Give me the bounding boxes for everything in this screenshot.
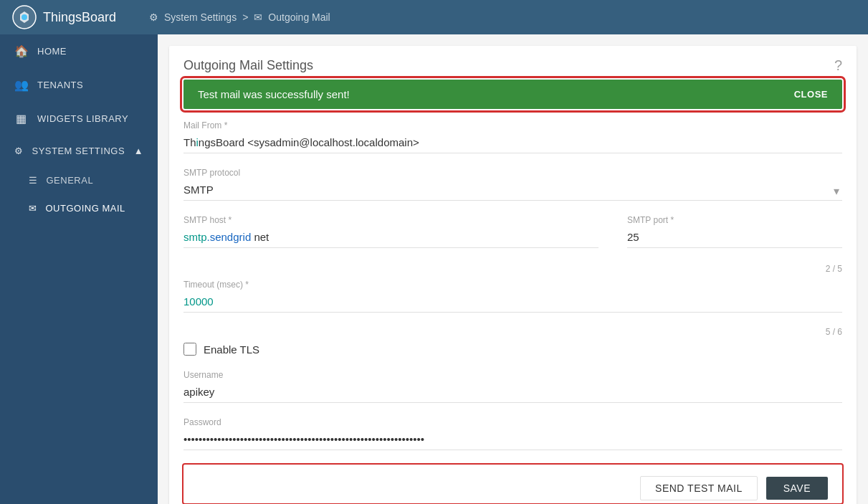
smtp-host-label: SMTP host *	[183, 215, 598, 225]
page-card-header: Outgoing Mail Settings ?	[169, 46, 857, 80]
smtp-port-field: SMTP port * 25	[627, 215, 842, 248]
smtp-protocol-select[interactable]: SMTP SMTPS SMTP with TLS	[183, 181, 842, 200]
widgets-icon: ▦	[14, 112, 29, 125]
sidebar-item-general[interactable]: ☰ General	[0, 166, 158, 194]
general-icon: ☰	[29, 175, 38, 186]
sidebar-label-general: General	[47, 175, 94, 186]
settings-icon: ⚙	[149, 11, 158, 23]
mail-icon: ✉	[254, 11, 262, 23]
timeout-value: 10000	[183, 293, 842, 313]
card-actions: SEND TEST MAIL SAVE	[183, 465, 842, 503]
breadcrumb-current: Outgoing Mail	[268, 11, 330, 23]
smtp-host-value: smtp.sendgrid net	[183, 228, 598, 248]
enable-tls-row: Enable TLS	[183, 343, 842, 356]
smtp-host-port-row: SMTP host * smtp.sendgrid net SMTP port …	[183, 215, 842, 262]
page-card: Outgoing Mail Settings ? Test mail was s…	[169, 46, 857, 504]
outgoing-mail-icon: ✉	[29, 203, 37, 214]
password-field: Password •••••••••••••••••••••••••••••••…	[183, 417, 842, 450]
app-name: ThingsBoard	[43, 10, 116, 25]
username-value: apikey	[183, 383, 842, 403]
username-label: Username	[183, 370, 842, 380]
sidebar-label-widgets: WIDGETS LIBRARY	[37, 113, 128, 124]
sidebar-item-tenants[interactable]: 👥 TENANTS	[0, 68, 158, 102]
page-title: Outgoing Mail Settings	[183, 58, 313, 73]
content-area: Outgoing Mail Settings ? Test mail was s…	[158, 34, 868, 504]
app-logo[interactable]: ThingsBoard	[11, 4, 140, 30]
smtp-port-value: 25	[627, 228, 842, 248]
smtp-port-label: SMTP port *	[627, 215, 842, 225]
sidebar-label-home: HOME	[37, 46, 67, 57]
smtp-protocol-field: SMTP protocol SMTP SMTPS SMTP with TLS ▾	[183, 168, 842, 201]
system-settings-icon: ⚙	[14, 146, 24, 156]
mail-from-value: ThingsBoard <sysadmin@localhost.localdom…	[183, 133, 842, 153]
sidebar-label-outgoing-mail: Outgoing Mail	[46, 203, 125, 214]
timeout-field: Timeout (msec) * 10000	[183, 280, 842, 313]
breadcrumb-system-settings: System Settings	[164, 11, 237, 23]
help-icon[interactable]: ?	[834, 57, 842, 74]
smtp-char-count: 2 / 5	[183, 264, 842, 274]
timeout-label: Timeout (msec) *	[183, 280, 842, 290]
home-icon: 🏠	[14, 44, 29, 58]
form-section: Mail From * ThingsBoard <sysadmin@localh…	[169, 120, 857, 450]
mail-from-label: Mail From *	[183, 120, 842, 130]
close-banner-button[interactable]: CLOSE	[794, 89, 828, 100]
sidebar-item-home[interactable]: 🏠 HOME	[0, 34, 158, 68]
enable-tls-label[interactable]: Enable TLS	[204, 343, 259, 356]
smtp-host-field: SMTP host * smtp.sendgrid net	[183, 215, 598, 248]
enable-tls-checkbox[interactable]	[183, 343, 196, 356]
password-label: Password	[183, 417, 842, 427]
sidebar-label-system-settings: SYSTEM SETTINGS	[32, 146, 125, 156]
main-layout: 🏠 HOME 👥 TENANTS ▦ WIDGETS LIBRARY ⚙ SYS…	[0, 34, 868, 504]
smtp-protocol-label: SMTP protocol	[183, 168, 842, 178]
breadcrumb: ⚙ System Settings > ✉ Outgoing Mail	[149, 11, 330, 23]
tenants-icon: 👥	[14, 78, 29, 92]
password-value: ••••••••••••••••••••••••••••••••••••••••…	[183, 430, 842, 450]
sidebar: 🏠 HOME 👥 TENANTS ▦ WIDGETS LIBRARY ⚙ SYS…	[0, 34, 158, 504]
mail-from-field: Mail From * ThingsBoard <sysadmin@localh…	[183, 120, 842, 153]
sidebar-item-outgoing-mail[interactable]: ✉ Outgoing Mail	[0, 194, 158, 222]
sidebar-section-system-settings: ⚙ SYSTEM SETTINGS ▲ ☰ General ✉ Outgoing…	[0, 135, 158, 222]
timeout-char-count: 5 / 6	[183, 327, 842, 337]
top-nav: ThingsBoard ⚙ System Settings > ✉ Outgoi…	[0, 0, 868, 34]
send-test-mail-button[interactable]: SEND TEST MAIL	[640, 476, 758, 500]
sidebar-system-settings-header[interactable]: ⚙ SYSTEM SETTINGS ▲	[0, 135, 158, 166]
smtp-protocol-select-wrapper: SMTP SMTPS SMTP with TLS ▾	[183, 181, 842, 201]
save-button[interactable]: SAVE	[766, 477, 828, 500]
chevron-up-icon: ▲	[134, 146, 143, 156]
breadcrumb-separator: >	[242, 11, 248, 23]
sidebar-item-widgets-library[interactable]: ▦ WIDGETS LIBRARY	[0, 102, 158, 135]
success-banner: Test mail was successfully sent! CLOSE	[183, 80, 842, 109]
svg-point-1	[22, 14, 27, 20]
username-field: Username apikey	[183, 370, 842, 403]
success-message: Test mail was successfully sent!	[198, 88, 350, 100]
sidebar-label-tenants: TENANTS	[37, 80, 83, 90]
logo-icon	[11, 4, 37, 30]
